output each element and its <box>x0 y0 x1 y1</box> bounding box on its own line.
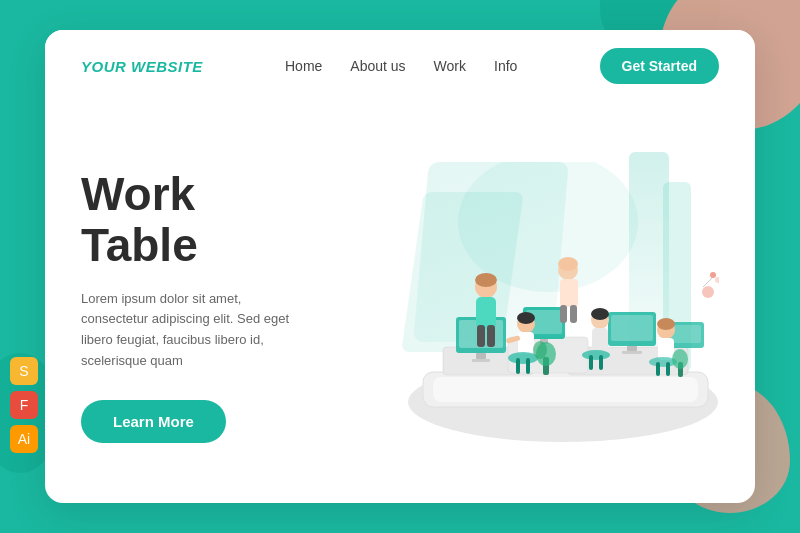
logo-website: WEBSITE <box>131 58 203 75</box>
sketch-icon: S <box>10 357 38 385</box>
svg-rect-11 <box>476 353 486 359</box>
isometric-illustration <box>368 162 719 462</box>
svg-rect-25 <box>477 325 485 347</box>
svg-rect-18 <box>627 346 637 351</box>
svg-point-59 <box>710 272 716 278</box>
svg-rect-36 <box>658 338 674 360</box>
svg-point-42 <box>508 352 538 364</box>
svg-point-53 <box>533 341 547 359</box>
svg-point-45 <box>582 350 610 360</box>
svg-rect-39 <box>560 279 578 307</box>
learn-more-button[interactable]: Learn More <box>81 400 226 443</box>
svg-rect-49 <box>656 362 660 376</box>
logo: YOUR WEBSITE <box>81 58 203 75</box>
nav-home[interactable]: Home <box>285 58 322 74</box>
svg-rect-24 <box>476 297 496 329</box>
nav-work[interactable]: Work <box>434 58 466 74</box>
svg-rect-17 <box>611 315 653 341</box>
hero-section: Work Table Lorem ipsum dolor sit amet, c… <box>45 102 755 503</box>
svg-rect-50 <box>666 362 670 376</box>
nav-links: Home About us Work Info <box>285 57 517 75</box>
svg-point-23 <box>475 273 497 287</box>
svg-rect-33 <box>592 328 608 350</box>
left-tools: S F Ai <box>10 357 38 453</box>
svg-rect-43 <box>516 358 520 374</box>
navbar: YOUR WEBSITE Home About us Work Info Get… <box>45 30 755 102</box>
get-started-button[interactable]: Get Started <box>600 48 719 84</box>
svg-rect-46 <box>589 355 593 370</box>
nav-about[interactable]: About us <box>350 58 405 74</box>
svg-point-32 <box>591 308 609 320</box>
hero-description: Lorem ipsum dolor sit amet, consectetur … <box>81 289 301 372</box>
svg-point-55 <box>672 349 688 369</box>
hero-illustration <box>341 102 719 503</box>
hero-text: Work Table Lorem ipsum dolor sit amet, c… <box>81 169 341 442</box>
main-card: YOUR WEBSITE Home About us Work Info Get… <box>45 30 755 503</box>
svg-line-58 <box>703 277 713 287</box>
svg-point-57 <box>715 277 719 283</box>
svg-rect-12 <box>472 359 490 362</box>
svg-point-56 <box>702 286 714 298</box>
figma-icon: F <box>10 391 38 419</box>
svg-rect-40 <box>560 305 567 323</box>
svg-point-35 <box>657 318 675 330</box>
svg-rect-5 <box>433 377 698 402</box>
nav-info[interactable]: Info <box>494 58 517 74</box>
svg-rect-47 <box>599 355 603 370</box>
svg-rect-41 <box>570 305 577 323</box>
svg-point-28 <box>517 312 535 324</box>
svg-rect-21 <box>671 325 701 343</box>
svg-rect-44 <box>526 358 530 374</box>
illustrator-icon: Ai <box>10 425 38 453</box>
svg-rect-29 <box>518 332 534 354</box>
svg-rect-19 <box>622 351 642 354</box>
svg-rect-26 <box>487 325 495 347</box>
svg-point-38 <box>558 257 578 271</box>
logo-your: YOUR <box>81 58 126 75</box>
hero-title: Work Table <box>81 169 341 270</box>
